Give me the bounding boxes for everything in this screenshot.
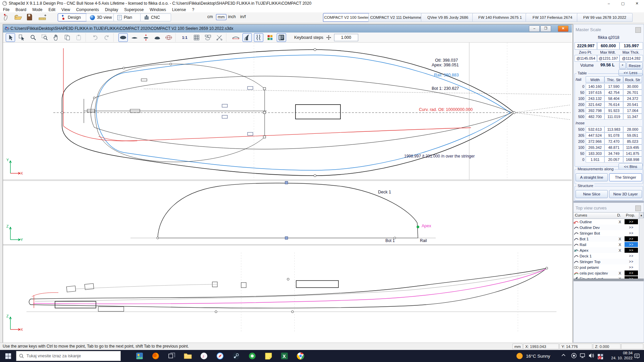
tail-row-cell-1-2[interactable]: 42.754 bbox=[604, 89, 623, 96]
firefox-taskbar-icon[interactable] bbox=[151, 351, 160, 361]
curve-prop-button[interactable]: >> bbox=[625, 242, 638, 247]
curve-row-cela-pvc-ojacitev[interactable]: cela pvc ojacitevX>> bbox=[574, 270, 639, 276]
curve-display-flag[interactable]: X bbox=[616, 248, 623, 252]
slices-panel-icon[interactable] bbox=[203, 33, 213, 42]
clock[interactable]: 08:34 24. 10. 2022 bbox=[604, 351, 633, 361]
nose-row-cell-2-3[interactable]: 85.023 bbox=[623, 138, 642, 144]
board-tab-6[interactable]: FW 99 vas 2678 10.2022 bbox=[577, 13, 633, 22]
curve-prop-button[interactable]: >> bbox=[625, 225, 638, 230]
curve-prop-button[interactable]: >> bbox=[625, 253, 638, 258]
task-view-taskbar-icon[interactable] bbox=[167, 351, 176, 361]
curve-prop-button[interactable]: >> bbox=[625, 236, 638, 241]
copy-slice-icon[interactable] bbox=[63, 33, 72, 42]
nose-row-cell-0-3[interactable]: 28.000 bbox=[623, 126, 642, 132]
curve-row-fin-quad-ext[interactable]: Fin_quad_extX>> bbox=[574, 276, 639, 279]
straight-line-button[interactable]: A straight line bbox=[576, 173, 608, 181]
select-arrow-icon[interactable] bbox=[6, 33, 15, 42]
board-tab-5[interactable]: FW 107 Fellenius 2674 bbox=[526, 13, 579, 22]
nose-row-cell-1-1[interactable]: 447.524 bbox=[586, 132, 604, 138]
dim-value-1[interactable]: 600.000 bbox=[597, 42, 620, 50]
side-view-pane[interactable]: Z X bbox=[3, 246, 572, 343]
table-header-1[interactable]: Thic. Str bbox=[604, 76, 623, 83]
menu-item-windows[interactable]: Windows bbox=[147, 7, 169, 12]
curve-prop-button[interactable]: >> bbox=[625, 270, 638, 276]
record-icon[interactable] bbox=[571, 353, 577, 359]
menu-item-license[interactable]: License bbox=[169, 7, 189, 12]
rocker-view-icon[interactable] bbox=[130, 33, 139, 42]
btns-button[interactable]: << Btns bbox=[619, 163, 643, 170]
zoom-area-icon[interactable] bbox=[40, 33, 49, 42]
slice-view-pane[interactable]: Deck 1 Apex Bot 1 Rail Z Y bbox=[3, 181, 572, 244]
doc-restore-button[interactable]: ❐ bbox=[540, 25, 551, 32]
safari-taskbar-icon[interactable] bbox=[215, 351, 225, 361]
apple-music-taskbar-icon[interactable]: ♪ bbox=[199, 351, 209, 361]
outline-view-icon[interactable] bbox=[118, 33, 128, 42]
menu-item-display[interactable]: Display bbox=[102, 7, 121, 12]
curve-row-apex[interactable]: ApexX>> bbox=[574, 247, 639, 253]
nose-row-cell-3-2[interactable]: 48.871 bbox=[604, 144, 623, 150]
curve-row-stringer-top[interactable]: Stringer Top>> bbox=[574, 259, 639, 264]
view-button-cnc[interactable]: CNC bbox=[140, 13, 171, 21]
nose-row-cell-3-3[interactable]: 119.495 bbox=[623, 144, 642, 150]
dim-value-0[interactable]: 2229.997 bbox=[575, 42, 597, 50]
tail-row-cell-0-2[interactable]: 17.590 bbox=[604, 83, 623, 89]
tail-row-cell-3-1[interactable]: 321.642 bbox=[586, 102, 604, 108]
master-scale-panel-button[interactable] bbox=[635, 27, 641, 33]
nose-row-cell-0-1[interactable]: 532.613 bbox=[586, 126, 604, 132]
weather-widget[interactable]: 16°C Sunny bbox=[516, 350, 550, 362]
sticky-notes-taskbar-icon[interactable] bbox=[264, 351, 273, 361]
view-button-design[interactable]: Design bbox=[58, 13, 90, 21]
start-button[interactable] bbox=[0, 350, 16, 362]
save-icon[interactable] bbox=[26, 13, 35, 21]
chevron-up-icon[interactable] bbox=[561, 353, 566, 358]
tail-row-cell-2-1[interactable]: 243.132 bbox=[586, 96, 604, 102]
network-icon[interactable] bbox=[580, 353, 586, 359]
curve-prop-button[interactable]: >> bbox=[625, 276, 638, 279]
tail-row-cell-2-2[interactable]: 58.404 bbox=[604, 96, 623, 102]
pan-icon[interactable] bbox=[51, 33, 61, 42]
nose-row-cell-5-1[interactable]: 1.911 bbox=[586, 157, 604, 163]
nose-row-cell-3-1[interactable]: 265.342 bbox=[586, 144, 604, 150]
resize-button[interactable]: Resize bbox=[627, 62, 643, 69]
volume-icon[interactable] bbox=[588, 353, 595, 359]
board-icon[interactable] bbox=[2, 13, 11, 21]
nose-row-cell-1-2[interactable]: 91.078 bbox=[604, 132, 623, 138]
slices-view-icon[interactable] bbox=[153, 33, 162, 42]
curve-prop-button[interactable]: >> bbox=[625, 259, 638, 264]
curve-display-flag[interactable]: X bbox=[616, 271, 623, 275]
nose-row-cell-2-2[interactable]: 72.470 bbox=[604, 138, 623, 144]
nose-row-cell-0-2[interactable]: 113.983 bbox=[604, 126, 623, 132]
curve-prop-button[interactable]: >> bbox=[625, 219, 638, 224]
keyboard-steps-input[interactable] bbox=[334, 34, 358, 41]
the-stringer-button[interactable]: The Stringer bbox=[609, 173, 642, 181]
top-view-pane[interactable]: Otl: 398.037 Apex: 398.051 Rail: 360.883… bbox=[3, 43, 572, 180]
menu-item-mode[interactable]: Mode bbox=[29, 7, 45, 12]
curve-row-stringer-bot[interactable]: Stringer Bot>> bbox=[574, 230, 639, 236]
unit-in-f[interactable]: in/f bbox=[239, 14, 247, 19]
curves-scroll-up[interactable]: ▲ bbox=[639, 212, 644, 218]
nose-row-cell-5-2[interactable]: 20.057 bbox=[604, 157, 623, 163]
curves-column-header[interactable]: Curves bbox=[575, 213, 587, 217]
curve-row-outline-dev[interactable]: Outline Dev>> bbox=[574, 225, 639, 230]
dim-at-0[interactable]: @1145.054 bbox=[575, 55, 597, 62]
steam-taskbar-icon[interactable] bbox=[231, 351, 241, 361]
file-explorer-taskbar-icon[interactable] bbox=[183, 351, 193, 361]
doc-minimize-button[interactable]: – bbox=[529, 25, 540, 32]
table-header-2[interactable]: Rock. Str bbox=[623, 76, 642, 83]
nose-row-cell-5-3[interactable]: 168.998 bbox=[623, 157, 642, 163]
tail-row-cell-1-1[interactable]: 197.615 bbox=[586, 89, 604, 96]
dim-at-1[interactable]: @1231.197 bbox=[597, 55, 620, 62]
nose-row-cell-1-3[interactable]: 59.051 bbox=[623, 132, 642, 138]
open-icon[interactable] bbox=[14, 13, 23, 21]
prop-column-header[interactable]: Prop. bbox=[626, 213, 635, 217]
tail-row-cell-4-3[interactable]: 17.064 bbox=[623, 108, 642, 114]
photos-taskbar-icon[interactable] bbox=[135, 351, 144, 361]
dim-value-2[interactable]: 135.997 bbox=[620, 42, 643, 50]
menu-item-view[interactable]: View bbox=[58, 7, 73, 12]
scale-1-1-icon[interactable]: 1:1 bbox=[180, 33, 190, 42]
dimensions-icon[interactable] bbox=[38, 13, 47, 21]
minimize-button[interactable]: – bbox=[602, 0, 616, 7]
table-header-0[interactable]: Width bbox=[586, 76, 604, 83]
board-tab-3[interactable]: QVee V9 85 Jordy 2686 bbox=[421, 13, 475, 22]
select-point-icon[interactable] bbox=[17, 33, 26, 42]
